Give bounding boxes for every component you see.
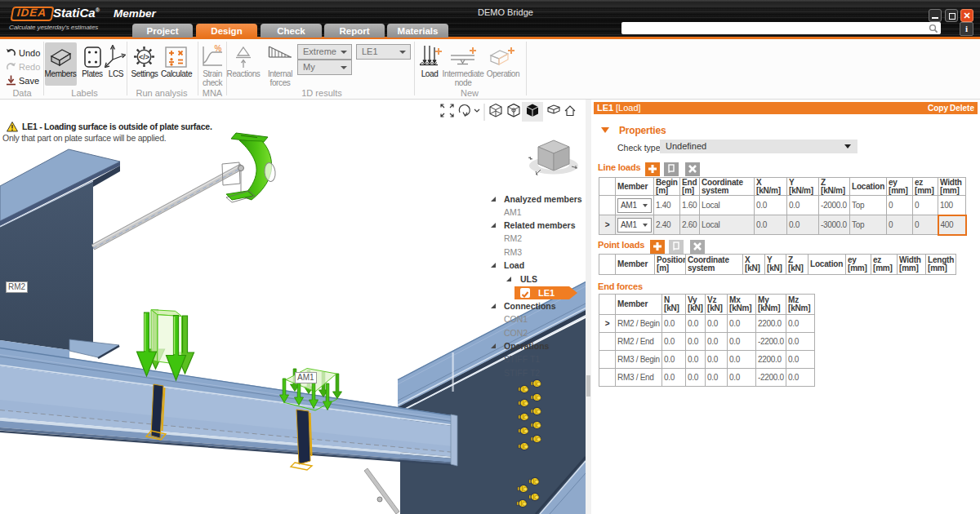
svg-text:</>: </>: [139, 53, 149, 61]
svg-text:%: %: [215, 45, 222, 53]
